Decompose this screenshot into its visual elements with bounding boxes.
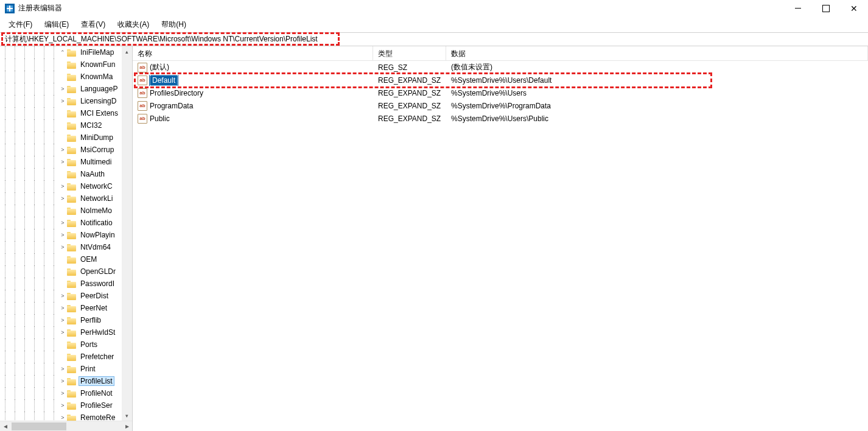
expander-icon[interactable]: > <box>58 378 67 384</box>
expander-icon[interactable]: > <box>58 232 67 238</box>
scroll-down-icon[interactable]: ▾ <box>122 410 132 421</box>
expander-icon[interactable]: ⌃ <box>58 49 67 55</box>
value-data: %SystemDrive%\Users <box>446 89 868 97</box>
tree-item-opengldr[interactable]: OpenGLDr <box>0 265 132 278</box>
tree-item-profileser[interactable]: >ProfileSer <box>0 399 132 412</box>
tree-item-profilenot[interactable]: >ProfileNot <box>0 387 132 399</box>
tree-item-networkc[interactable]: >NetworkC <box>0 180 132 192</box>
tree-item-label: Print <box>79 364 97 374</box>
tree-item-label: PeerNet <box>79 303 109 313</box>
close-button[interactable] <box>840 0 868 17</box>
scroll-up-icon[interactable]: ▴ <box>122 46 132 57</box>
tree-item-minidump[interactable]: MiniDump <box>0 131 132 144</box>
expander-icon[interactable]: > <box>58 329 67 335</box>
tree-item-profilelist[interactable]: >ProfileList <box>0 375 132 387</box>
folder-icon <box>67 219 77 227</box>
value-row[interactable]: abProgramDataREG_EXPAND_SZ%SystemDrive%\… <box>133 99 868 112</box>
tree-item-noimemo[interactable]: NoImeMo <box>0 205 132 217</box>
col-header-type[interactable]: 类型 <box>373 46 446 60</box>
menu-edit[interactable]: 编辑(E) <box>40 17 74 32</box>
tree-item-inifilemap[interactable]: ⌃IniFileMap <box>0 46 132 58</box>
value-row[interactable]: abProfilesDirectoryREG_EXPAND_SZ%SystemD… <box>133 86 868 99</box>
string-value-icon: ab <box>138 114 147 124</box>
tree-item-passwordi[interactable]: PasswordI <box>0 278 132 290</box>
expander-icon[interactable]: > <box>58 159 67 165</box>
col-header-data[interactable]: 数据 <box>446 46 868 60</box>
folder-icon <box>67 85 77 93</box>
value-type: REG_EXPAND_SZ <box>373 102 446 110</box>
col-header-name[interactable]: 名称 <box>133 46 373 60</box>
folder-icon <box>67 255 77 264</box>
tree-item-perhwidst[interactable]: >PerHwIdSt <box>0 326 132 338</box>
tree-hscrollbar[interactable]: ◂ ▸ <box>0 421 132 431</box>
expander-icon[interactable]: > <box>58 402 67 408</box>
tree-item-licensingd[interactable]: >LicensingD <box>0 95 132 107</box>
tree-item-knownfun[interactable]: KnownFun <box>0 58 132 71</box>
tree-item-nowplayin[interactable]: >NowPlayin <box>0 229 132 241</box>
tree-item-knownma[interactable]: KnownMa <box>0 71 132 83</box>
tree-item-label: NtVdm64 <box>79 242 113 252</box>
menu-favorites[interactable]: 收藏夹(A) <box>113 17 154 32</box>
tree-item-networkli[interactable]: >NetworkLi <box>0 192 132 205</box>
expander-icon[interactable]: > <box>58 317 67 323</box>
scroll-left-icon[interactable]: ◂ <box>0 421 10 432</box>
value-type: REG_SZ <box>373 63 446 72</box>
tree-item-peernet[interactable]: >PeerNet <box>0 302 132 314</box>
tree-item-label: NetworkLi <box>79 194 114 203</box>
tree-item-label: NetworkC <box>79 181 114 191</box>
tree-item-prefetcher[interactable]: Prefetcher <box>0 351 132 363</box>
tree-item-notificatio[interactable]: >Notificatio <box>0 217 132 229</box>
address-bar[interactable]: 计算机\HKEY_LOCAL_MACHINE\SOFTWARE\Microsof… <box>0 33 868 46</box>
tree-item-ports[interactable]: Ports <box>0 338 132 351</box>
tree-item-ntvdm64[interactable]: >NtVdm64 <box>0 241 132 253</box>
folder-icon <box>67 340 77 349</box>
value-row[interactable]: abPublicREG_EXPAND_SZ%SystemDrive%\Users… <box>133 112 868 125</box>
tree-item-msicorrup[interactable]: >MsiCorrup <box>0 144 132 156</box>
menu-view[interactable]: 查看(V) <box>76 17 110 32</box>
expander-icon[interactable]: > <box>58 390 67 396</box>
tree-item-label: MCI32 <box>79 121 103 130</box>
tree-item-naauth[interactable]: NaAuth <box>0 168 132 180</box>
tree-item-remotere[interactable]: >RemoteRe <box>0 412 132 421</box>
tree-vscrollbar[interactable]: ▴ ▾ <box>122 46 132 421</box>
expander-icon[interactable]: > <box>58 183 67 189</box>
expander-icon[interactable]: > <box>58 305 67 311</box>
tree-item-languagep[interactable]: >LanguageP <box>0 83 132 95</box>
expander-icon[interactable]: > <box>58 98 67 104</box>
tree-item-label: MsiCorrup <box>79 145 116 155</box>
tree-item-peerdist[interactable]: >PeerDist <box>0 290 132 302</box>
value-data: (数值未设置) <box>446 62 868 72</box>
tree-item-mci32[interactable]: MCI32 <box>0 119 132 131</box>
expander-icon[interactable]: > <box>58 86 67 92</box>
value-row[interactable]: ab(默认)REG_SZ(数值未设置) <box>133 61 868 74</box>
expander-icon[interactable]: > <box>58 293 67 299</box>
expander-icon[interactable]: > <box>58 415 67 421</box>
tree-item-print[interactable]: >Print <box>0 363 132 375</box>
menubar: 文件(F) 编辑(E) 查看(V) 收藏夹(A) 帮助(H) <box>0 17 868 33</box>
tree-item-perflib[interactable]: >Perflib <box>0 314 132 326</box>
value-type: REG_EXPAND_SZ <box>373 89 446 97</box>
menu-file[interactable]: 文件(F) <box>4 17 37 32</box>
value-name: ProgramData <box>150 102 193 110</box>
value-name: (默认) <box>150 62 169 72</box>
tree-item-mci extens[interactable]: MCI Extens <box>0 107 132 119</box>
expander-icon[interactable]: > <box>58 147 67 153</box>
value-row[interactable]: abDefaultREG_EXPAND_SZ%SystemDrive%\User… <box>133 74 868 86</box>
tree-item-multimedi[interactable]: >Multimedi <box>0 156 132 168</box>
folder-icon <box>67 365 77 373</box>
tree-view[interactable]: ⌃IniFileMapKnownFunKnownMa>LanguageP>Lic… <box>0 46 132 421</box>
expander-icon[interactable]: > <box>58 195 67 201</box>
folder-icon <box>67 267 77 276</box>
minimize-button[interactable] <box>784 0 812 17</box>
scroll-right-icon[interactable]: ▸ <box>122 421 132 432</box>
hscroll-thumb[interactable] <box>12 422 66 430</box>
expander-icon[interactable]: > <box>58 244 67 250</box>
tree-item-label: ProfileNot <box>79 388 114 398</box>
menu-help[interactable]: 帮助(H) <box>156 17 191 32</box>
expander-icon[interactable]: > <box>58 220 67 226</box>
folder-icon <box>67 389 77 398</box>
values-list[interactable]: ab(默认)REG_SZ(数值未设置)abDefaultREG_EXPAND_S… <box>133 61 868 431</box>
maximize-button[interactable] <box>812 0 840 17</box>
expander-icon[interactable]: > <box>58 366 67 372</box>
tree-item-oem[interactable]: OEM <box>0 253 132 265</box>
